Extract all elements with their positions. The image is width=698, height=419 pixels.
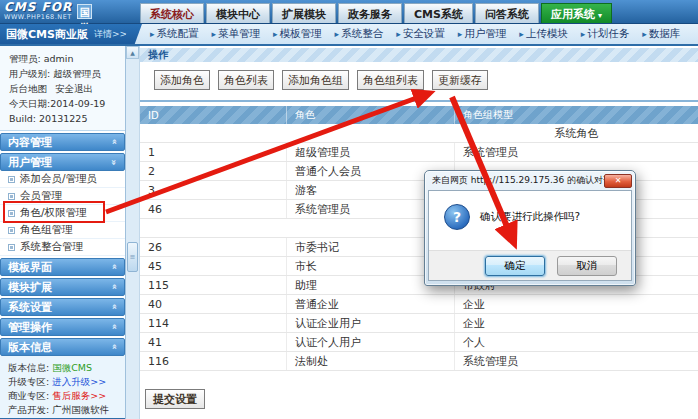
- edition-detail-link[interactable]: 详情>>: [94, 28, 127, 41]
- edition-badge: 国微CMS商业版 详情>>: [0, 24, 130, 44]
- sub-nav-bar: 国微CMS商业版 详情>> ▸系统配置 ▸菜单管理 ▸模板管理 ▸系统整合 ▸安…: [0, 24, 698, 46]
- tab-government-services[interactable]: 政务服务: [338, 3, 402, 23]
- subnav-database[interactable]: ▸数据库: [642, 27, 680, 41]
- version-line: 版本信息: 国微CMS: [8, 361, 125, 375]
- triangle-right-icon: ▸: [642, 29, 647, 39]
- sidebar-section-module-extension[interactable]: 模块扩展»: [0, 278, 125, 296]
- dialog-title: 来自网页 http://115.29.175.36 的确认对话框: [432, 174, 604, 187]
- sidebar-section-manage-operations[interactable]: 管理操作»: [0, 318, 125, 336]
- sidebar-item-system-integration-manage[interactable]: 系统整合管理: [0, 239, 125, 256]
- subnav-template-manage[interactable]: ▸模板管理: [273, 27, 322, 41]
- role-list-button[interactable]: 角色列表: [218, 70, 274, 90]
- triangle-right-icon: ▸: [335, 29, 340, 39]
- subnav-system-integration[interactable]: ▸系统整合: [335, 27, 384, 41]
- subnav-system-config[interactable]: ▸系统配置: [150, 27, 199, 41]
- tab-extension-modules[interactable]: 扩展模块: [272, 3, 336, 23]
- confirm-dialog: 来自网页 http://115.29.175.36 的确认对话框 ✕ ? 确认要…: [424, 170, 636, 286]
- add-role-group-button[interactable]: 添加角色组: [282, 70, 349, 90]
- edition-name: 国微CMS商业版: [6, 27, 88, 42]
- tab-qa-system[interactable]: 问答系统: [475, 3, 539, 23]
- table-header-row: ID 角色 角色组模型: [140, 106, 698, 124]
- logout-link[interactable]: 安全退出: [55, 83, 93, 94]
- sidebar-item-role-group-manage[interactable]: 角色组管理: [0, 222, 125, 239]
- operation-panel-title: 操作: [140, 48, 698, 62]
- chevron-up-icon: »: [110, 325, 120, 330]
- upgrade-line: 升级专区: 进入升级>>: [8, 375, 125, 389]
- sidebar-item-member-manage[interactable]: 会员管理: [0, 188, 125, 205]
- chevron-up-icon: »: [110, 305, 120, 310]
- table-row: 40 普通企业 企业: [140, 295, 698, 314]
- triangle-right-icon: ▸: [212, 29, 217, 39]
- submit-settings-button[interactable]: 提交设置: [145, 389, 205, 409]
- chevron-down-icon: »: [110, 160, 120, 165]
- top-bar: CMS FOR WWW.PHP168.NET 国微 系统核心 模块中心 扩展模块…: [0, 0, 698, 24]
- sidebar-item-add-member[interactable]: 添加会员/管理员: [0, 171, 125, 188]
- sidebar-section-system-settings[interactable]: 系统设置»: [0, 298, 125, 316]
- dialog-titlebar: 来自网页 http://115.29.175.36 的确认对话框 ✕: [425, 171, 635, 190]
- dialog-footer: 确定 取消: [429, 250, 631, 280]
- version-info-panel: 版本信息: 国微CMS 升级专区: 进入升级>> 商业专区: 售后服务>> 产品…: [0, 356, 125, 419]
- update-cache-button[interactable]: 更新缓存: [432, 70, 488, 90]
- user-manage-menu: 添加会员/管理员 会员管理 角色/权限管理 角色组管理 系统整合管理: [0, 171, 125, 256]
- table-group-row: 系统角色: [140, 124, 698, 143]
- build-line: Build: 20131225: [9, 111, 121, 126]
- table-row: 1 超级管理员 系统管理员: [140, 143, 698, 162]
- date-line: 今天日期:2014-09-19: [9, 96, 121, 111]
- logo-main-text: CMS FOR: [4, 1, 72, 13]
- top-nav: 系统核心 模块中心 扩展模块 政务服务 CMS系统 问答系统 应用系统▾: [140, 3, 614, 23]
- upgrade-link[interactable]: 进入升级>>: [52, 376, 106, 387]
- triangle-right-icon: ▸: [396, 29, 401, 39]
- table-row: 114 认证企业用户 企业: [140, 314, 698, 333]
- chevron-down-icon: ▾: [598, 11, 602, 20]
- sidebar-item-role-permission-manage[interactable]: 角色/权限管理: [0, 205, 125, 222]
- chevron-up-icon: »: [110, 285, 120, 290]
- panel-separator: [140, 100, 698, 102]
- developer-line: 产品开发: 广州国微软件: [8, 403, 125, 417]
- submit-row: 提交设置: [140, 388, 698, 409]
- triangle-right-icon: ▸: [519, 29, 524, 39]
- commercial-line: 商业专区: 售后服务>>: [8, 389, 125, 403]
- logo-cn-tiles: 国微: [77, 4, 92, 19]
- group-label: 系统角色: [455, 124, 698, 142]
- sidebar-scrollbar[interactable]: ▲ ≡: [126, 46, 140, 419]
- subnav-security-settings[interactable]: ▸安全设置: [396, 27, 445, 41]
- dialog-client-area: ? 确认要进行此操作吗? 确定 取消: [428, 190, 632, 281]
- user-level: 超级管理员: [53, 68, 101, 79]
- subnav-user-manage[interactable]: ▸用户管理: [458, 27, 507, 41]
- chevron-up-icon: »: [110, 265, 120, 270]
- brand-logo: CMS FOR WWW.PHP168.NET 国微: [4, 1, 92, 21]
- sidebar-section-version-info[interactable]: 版本信息»: [0, 338, 125, 356]
- after-sales-link[interactable]: 售后服务>>: [52, 390, 106, 401]
- version-value: 国微CMS: [52, 362, 92, 373]
- links-line: 后台地图安全退出: [9, 81, 121, 96]
- tab-module-center[interactable]: 模块中心: [206, 3, 270, 23]
- sidebar-section-user-manage[interactable]: 用户管理»: [0, 153, 125, 171]
- sidebar-section-template-ui[interactable]: 模板界面»: [0, 258, 125, 276]
- logo-cn-text: 国微: [77, 4, 92, 19]
- subnav-upload-module[interactable]: ▸上传模块: [519, 27, 568, 41]
- dialog-body: ? 确认要进行此操作吗?: [429, 191, 631, 230]
- add-role-button[interactable]: 添加角色: [154, 70, 210, 90]
- triangle-right-icon: ▸: [458, 29, 463, 39]
- tab-cms-system[interactable]: CMS系统: [404, 3, 473, 23]
- cancel-button[interactable]: 取消: [557, 256, 617, 276]
- scroll-up-arrow-icon[interactable]: ▲: [126, 46, 139, 59]
- role-group-list-button[interactable]: 角色组列表: [357, 70, 424, 90]
- ok-button[interactable]: 确定: [485, 256, 545, 276]
- logo-text-block: CMS FOR WWW.PHP168.NET: [4, 1, 72, 21]
- sidebar-section-content-manage[interactable]: 内容管理»: [0, 133, 125, 151]
- backend-map-link[interactable]: 后台地图: [9, 83, 47, 94]
- question-icon: ?: [444, 204, 470, 230]
- admin-username: admin: [44, 53, 74, 64]
- scrollbar-thumb[interactable]: ≡: [127, 242, 138, 272]
- tab-system-core[interactable]: 系统核心: [140, 3, 204, 23]
- developer-value: 广州国微软件: [52, 404, 109, 415]
- subnav-scheduled-tasks[interactable]: ▸计划任务: [581, 27, 630, 41]
- triangle-right-icon: ▸: [581, 29, 586, 39]
- tab-application-system[interactable]: 应用系统▾: [541, 3, 612, 23]
- square-bullet-icon: [8, 210, 15, 217]
- triangle-right-icon: ▸: [273, 29, 278, 39]
- subnav-menu-manage[interactable]: ▸菜单管理: [212, 27, 261, 41]
- close-icon[interactable]: ✕: [604, 174, 632, 188]
- square-bullet-icon: [8, 227, 15, 234]
